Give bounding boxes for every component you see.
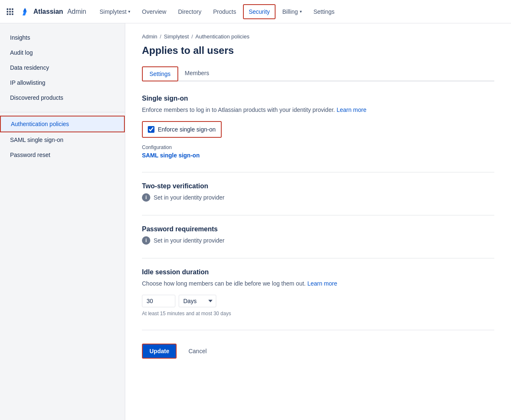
breadcrumb-simplytest[interactable]: Simplytest (164, 33, 189, 40)
action-row: Update Cancel (142, 340, 494, 359)
sso-learn-more-link[interactable]: Learn more (336, 106, 367, 113)
idle-session-section: Idle session duration Choose how long me… (142, 268, 494, 316)
sidebar-item-authentication-policies[interactable]: Authentication policies (0, 116, 125, 132)
top-navigation: Atlassian Admin Simplytest ▾ Overview Di… (0, 0, 511, 23)
sidebar-section-auth: Authentication policies SAML single sign… (0, 116, 125, 162)
divider-3 (142, 258, 494, 258)
idle-duration-input[interactable] (142, 295, 175, 307)
logo[interactable]: Atlassian Admin (7, 7, 86, 17)
breadcrumb: Admin / Simplytest / Authentication poli… (142, 33, 494, 40)
two-step-section: Two-step verification i Set in your iden… (142, 182, 494, 202)
two-step-title: Two-step verification (142, 182, 494, 190)
enforce-sso-checkbox-row[interactable]: Enforce single sign-on (142, 121, 222, 138)
admin-label: Admin (67, 8, 86, 15)
enforce-sso-label: Enforce single sign-on (158, 126, 216, 133)
sso-title: Single sign-on (142, 95, 494, 102)
password-description: Set in your identity provider (154, 237, 225, 244)
update-button[interactable]: Update (142, 344, 177, 359)
enforce-sso-checkbox[interactable] (148, 126, 154, 133)
sidebar: Insights Audit log Data residency IP all… (0, 23, 125, 420)
idle-session-description: Choose how long members can be idle befo… (142, 279, 494, 288)
sso-description: Enforce members to log in to Atlassian p… (142, 106, 494, 114)
password-title: Password requirements (142, 225, 494, 233)
config-label: Configuration (142, 144, 494, 150)
divider-2 (142, 215, 494, 215)
breadcrumb-admin[interactable]: Admin (142, 33, 157, 40)
page-layout: Insights Audit log Data residency IP all… (0, 23, 511, 420)
nav-simplytest[interactable]: Simplytest ▾ (95, 5, 136, 18)
info-icon: i (142, 193, 150, 202)
nav-directory[interactable]: Directory (173, 5, 206, 18)
brand-name: Atlassian (33, 8, 63, 15)
saml-sso-link[interactable]: SAML single sign-on (142, 152, 200, 159)
password-info-row: i Set in your identity provider (142, 236, 494, 245)
idle-unit-select[interactable]: Days Hours Minutes (179, 295, 216, 307)
sidebar-item-data-residency[interactable]: Data residency (0, 60, 125, 75)
nav-overview[interactable]: Overview (137, 5, 171, 18)
app-switcher-icon[interactable] (7, 8, 13, 15)
sidebar-item-saml-sso[interactable]: SAML single sign-on (0, 132, 125, 147)
idle-hint-text: At least 15 minutes and at most 30 days (142, 311, 494, 316)
nav-settings[interactable]: Settings (309, 5, 340, 18)
idle-learn-more-link[interactable]: Learn more (307, 280, 337, 287)
sidebar-item-password-reset[interactable]: Password reset (0, 147, 125, 162)
page-title: Applies to all users (142, 45, 494, 56)
breadcrumb-sep1: / (160, 33, 162, 40)
main-content: Admin / Simplytest / Authentication poli… (125, 23, 511, 420)
sso-section: Single sign-on Enforce members to log in… (142, 95, 494, 159)
sidebar-section-general: Insights Audit log Data residency IP all… (0, 30, 125, 112)
breadcrumb-current: Authentication policies (195, 33, 249, 40)
nav-items: Simplytest ▾ Overview Directory Products… (95, 4, 340, 19)
divider-1 (142, 172, 494, 172)
idle-session-input-row: Days Hours Minutes (142, 295, 494, 307)
chevron-down-icon: ▾ (300, 9, 302, 14)
sidebar-item-discovered-products[interactable]: Discovered products (0, 90, 125, 105)
password-section: Password requirements i Set in your iden… (142, 225, 494, 245)
nav-billing[interactable]: Billing ▾ (277, 5, 306, 18)
sidebar-item-audit-log[interactable]: Audit log (0, 45, 125, 60)
breadcrumb-sep2: / (191, 33, 193, 40)
two-step-info-row: i Set in your identity provider (142, 193, 494, 202)
chevron-down-icon: ▾ (128, 9, 130, 14)
divider-4 (142, 330, 494, 330)
nav-security[interactable]: Security (243, 4, 276, 19)
sidebar-item-insights[interactable]: Insights (0, 30, 125, 45)
tab-members[interactable]: Members (178, 66, 216, 81)
tab-settings[interactable]: Settings (142, 66, 178, 81)
atlassian-logo-icon (20, 7, 30, 17)
sidebar-item-ip-allowlisting[interactable]: IP allowlisting (0, 75, 125, 90)
idle-session-title: Idle session duration (142, 268, 494, 276)
two-step-description: Set in your identity provider (154, 194, 225, 201)
cancel-button[interactable]: Cancel (182, 344, 213, 358)
info-icon-password: i (142, 236, 150, 245)
tabs: Settings Members (142, 66, 494, 81)
nav-products[interactable]: Products (208, 5, 241, 18)
